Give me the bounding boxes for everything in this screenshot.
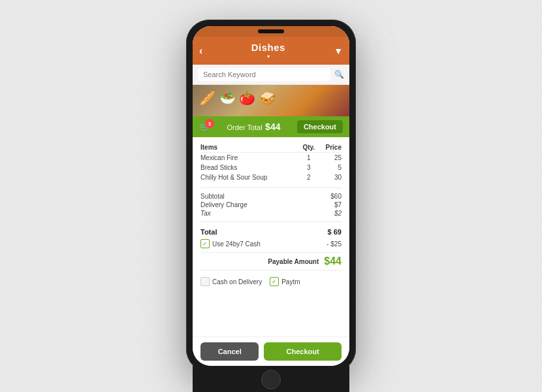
order-total-wrap: Order Total $44 <box>227 121 280 133</box>
payable-label: Payable Amount <box>268 258 319 265</box>
back-button[interactable]: ‹ <box>199 45 202 57</box>
item-name: Mexican Fire <box>200 153 300 163</box>
order-total-label: Order Total <box>227 123 262 131</box>
payable-amount: $44 <box>324 255 342 267</box>
table-row: Mexican Fire 1 25 <box>200 153 342 163</box>
total-value: $ 69 <box>328 228 342 236</box>
item-name: Bread Sticks <box>200 163 300 172</box>
chevron-down-icon[interactable]: ▾ <box>267 54 270 59</box>
order-table: Items Qty. Price Mexican Fire 1 25 Bread… <box>200 142 342 182</box>
search-input[interactable] <box>198 68 330 81</box>
phone-notch <box>258 29 284 33</box>
tax-value: $2 <box>334 210 342 217</box>
cart-checkout-button[interactable]: Checkout <box>297 120 343 133</box>
delivery-label: Delivery Charge <box>200 201 247 208</box>
home-button[interactable] <box>261 370 281 389</box>
divider-1 <box>200 188 342 188</box>
item-qty: 1 <box>300 153 318 163</box>
nav-title-wrap: Dishes ▾ <box>251 42 285 59</box>
cancel-button[interactable]: Cancel <box>200 342 259 361</box>
use-cash-left: ✓ Use 24by7 Cash <box>200 239 261 248</box>
use-cash-checkbox[interactable]: ✓ <box>200 239 210 248</box>
use-cash-row: ✓ Use 24by7 Cash - $25 <box>200 238 342 250</box>
food-banner <box>193 85 349 116</box>
status-bar <box>193 26 349 37</box>
cart-bar: 🛒 3 Order Total $44 Checkout <box>193 116 349 137</box>
col-header-price: Price <box>318 142 342 153</box>
cod-label: Cash on Delivery <box>212 278 262 286</box>
subtotal-row: Subtotal $60 <box>200 192 342 201</box>
item-price: 5 <box>318 163 342 172</box>
checkout-button[interactable]: Checkout <box>264 342 342 361</box>
payable-row: Payable Amount $44 <box>200 252 342 270</box>
filter-icon[interactable]: ▼ <box>334 46 343 56</box>
payment-methods: Cash on Delivery ✓ Paytm <box>200 273 342 290</box>
order-total-amount: $44 <box>265 122 280 132</box>
delivery-value: $7 <box>334 201 342 208</box>
item-qty: 2 <box>300 172 318 182</box>
delivery-row: Delivery Charge $7 <box>200 201 342 209</box>
home-button-area <box>193 366 349 392</box>
search-bar: 🔍 <box>193 65 349 85</box>
cod-option[interactable]: Cash on Delivery <box>200 277 262 286</box>
total-row: Total $ 69 <box>200 226 342 238</box>
item-name: Chilly Hot & Sour Soup <box>200 172 300 182</box>
item-qty: 3 <box>300 163 318 172</box>
use-cash-label: Use 24by7 Cash <box>212 240 261 248</box>
tax-label: Tax <box>200 210 211 217</box>
phone-device: ‹ Dishes ▾ ▼ 🔍 🛒 3 Order Total $44 Check <box>186 20 356 372</box>
tax-row: Tax $2 <box>200 209 342 218</box>
cart-badge: 3 <box>205 119 214 128</box>
order-details: Items Qty. Price Mexican Fire 1 25 Bread… <box>193 137 349 336</box>
phone-screen: ‹ Dishes ▾ ▼ 🔍 🛒 3 Order Total $44 Check <box>193 26 349 366</box>
col-header-qty: Qty. <box>300 142 318 153</box>
item-price: 25 <box>318 153 342 163</box>
page-title: Dishes <box>251 42 285 53</box>
top-navigation: ‹ Dishes ▾ ▼ <box>193 37 349 65</box>
subtotal-value: $60 <box>330 193 342 200</box>
paytm-label: Paytm <box>281 278 300 286</box>
col-header-items: Items <box>200 142 300 153</box>
table-row: Chilly Hot & Sour Soup 2 30 <box>200 172 342 182</box>
total-label: Total <box>200 228 217 236</box>
paytm-checkbox[interactable]: ✓ <box>270 277 279 286</box>
search-icon: 🔍 <box>334 70 344 79</box>
use-cash-discount: - $25 <box>327 240 342 248</box>
bottom-buttons: Cancel Checkout <box>193 336 349 366</box>
subtotal-label: Subtotal <box>200 193 225 200</box>
cod-checkbox[interactable] <box>200 277 210 286</box>
divider-2 <box>200 221 342 222</box>
cart-icon-wrap: 🛒 3 <box>199 122 210 132</box>
item-price: 30 <box>318 172 342 182</box>
table-row: Bread Sticks 3 5 <box>200 163 342 172</box>
paytm-option[interactable]: ✓ Paytm <box>270 277 300 286</box>
